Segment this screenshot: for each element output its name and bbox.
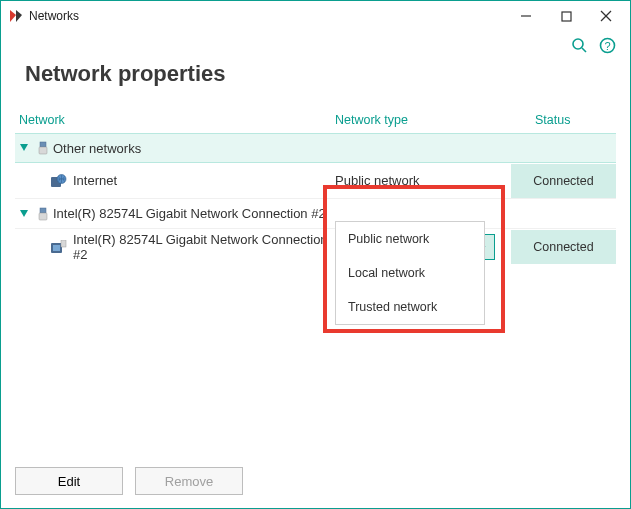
svg-rect-16: [40, 208, 46, 213]
page-title: Network properties: [1, 59, 630, 105]
svg-line-7: [582, 48, 586, 52]
window-title: Networks: [29, 9, 79, 23]
network-type-dropdown: Public network Local network Trusted net…: [335, 221, 485, 325]
svg-rect-20: [61, 240, 66, 247]
column-header-status[interactable]: Status: [511, 113, 616, 127]
row-name: Intel(R) 82574L Gigabit Network Connecti…: [73, 232, 335, 262]
row-name: Internet: [73, 173, 117, 188]
footer: Edit Remove: [1, 454, 630, 508]
column-header-type[interactable]: Network type: [335, 113, 511, 127]
svg-marker-0: [10, 10, 16, 22]
globe-icon: [51, 174, 67, 188]
svg-rect-3: [562, 12, 571, 21]
help-icon[interactable]: ?: [598, 36, 616, 54]
svg-point-6: [573, 39, 583, 49]
group-other-networks[interactable]: Other networks: [15, 133, 616, 163]
svg-rect-19: [53, 245, 60, 251]
search-icon[interactable]: [570, 36, 588, 54]
caret-down-icon: [15, 144, 33, 152]
status-badge: Connected: [511, 164, 616, 198]
group-label: Other networks: [53, 141, 141, 156]
usb-icon: [33, 207, 53, 221]
window: Networks ? Network properties Network Ne…: [0, 0, 631, 509]
svg-rect-11: [40, 142, 46, 147]
dropdown-option-local[interactable]: Local network: [336, 256, 484, 290]
remove-button: Remove: [135, 467, 243, 495]
minimize-button[interactable]: [506, 2, 546, 30]
svg-marker-10: [20, 144, 28, 151]
status-badge: Connected: [511, 230, 616, 264]
row-type: Public network: [335, 173, 511, 188]
dropdown-option-trusted[interactable]: Trusted network: [336, 290, 484, 324]
usb-icon: [33, 141, 53, 155]
svg-rect-12: [39, 147, 47, 154]
row-internet[interactable]: Internet Public network Connected: [15, 163, 616, 199]
dropdown-option-public[interactable]: Public network: [336, 222, 484, 256]
svg-rect-17: [39, 213, 47, 220]
caret-down-icon: [15, 210, 33, 218]
toolbar: ?: [1, 31, 630, 59]
svg-text:?: ?: [604, 39, 610, 51]
column-headers: Network Network type Status: [15, 105, 616, 133]
group-adapter[interactable]: Intel(R) 82574L Gigabit Network Connecti…: [15, 199, 616, 229]
column-header-network[interactable]: Network: [15, 113, 335, 127]
edit-button[interactable]: Edit: [15, 467, 123, 495]
svg-marker-1: [16, 10, 22, 22]
maximize-button[interactable]: [546, 2, 586, 30]
close-button[interactable]: [586, 2, 626, 30]
network-adapter-icon: [51, 240, 67, 254]
svg-marker-15: [20, 210, 28, 217]
titlebar: Networks: [1, 1, 630, 31]
network-grid: Network Network type Status Other networ…: [1, 105, 630, 454]
app-icon: [9, 9, 23, 23]
row-adapter-connection[interactable]: Intel(R) 82574L Gigabit Network Connecti…: [15, 229, 616, 265]
group-label: Intel(R) 82574L Gigabit Network Connecti…: [53, 206, 326, 221]
